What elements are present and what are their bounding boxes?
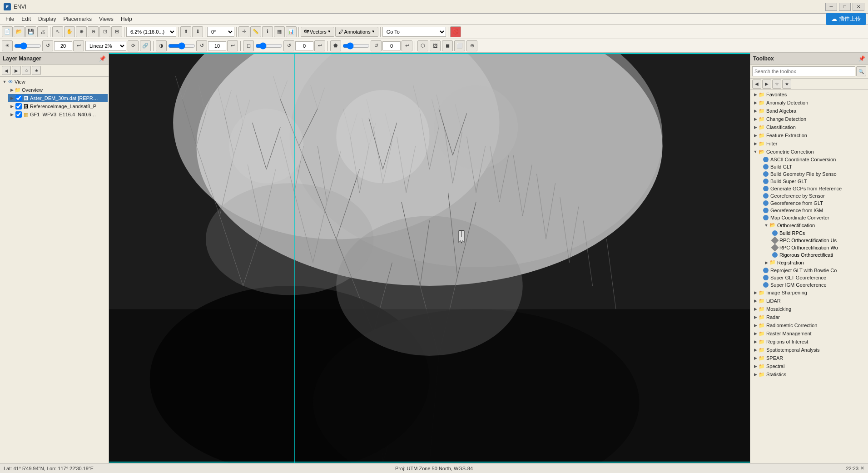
close-button[interactable]: ✕ [853,3,864,11]
lm-aster-row[interactable]: ▶ 🖼 Aster_DEM_30m.dat [REPROT] [8,94,108,102]
raster-mgmt-expand[interactable]: ▶ [752,330,759,337]
lm-gf1-expand[interactable]: ▶ [9,112,15,117]
brightness-value[interactable]: 20 [54,41,72,50]
stretch-link[interactable]: 🔗 [140,40,151,51]
tree-super-glt-geo[interactable]: Super GLT Georeference [750,274,868,281]
tree-feature[interactable]: ▶ 📁 Feature Extraction [750,131,868,139]
mosaic-expand[interactable]: ▶ [752,306,759,312]
tree-roi[interactable]: ▶ 📁 Regions of Interest [750,338,868,346]
anomaly-expand[interactable]: ▶ [752,100,759,106]
open-button[interactable]: 📂 [14,26,25,37]
lm-aster-expand[interactable]: ▶ [9,95,15,101]
tree-image-sharp[interactable]: ▶ 📁 Image Sharpening [750,289,868,297]
zoom-in-button[interactable]: ⊕ [76,26,87,37]
nav-4[interactable]: ⬜ [454,40,465,51]
menu-views[interactable]: Views [95,15,117,23]
chip-button[interactable]: ▦ [274,26,285,37]
tree-lidar[interactable]: ▶ 📁 LiDAR [750,297,868,305]
tree-registration[interactable]: ▶ 📁 Registration [750,259,868,267]
classification-expand[interactable]: ▶ [752,124,759,130]
tree-change[interactable]: ▶ 📁 Change Detection [750,115,868,123]
zoom-fit-button[interactable]: ⊡ [99,26,110,37]
tree-ascii[interactable]: ASCII Coordinate Conversion [750,156,868,163]
sharp-reset[interactable]: ↺ [283,40,294,51]
tree-statistics[interactable]: ▶ 📁 Statistics [750,370,868,378]
nav-down-button[interactable]: ⬇ [192,26,203,37]
tree-geometric[interactable]: ▼ 📂 Geometric Correction [750,148,868,156]
change-expand[interactable]: ▶ [752,116,759,122]
pan-button[interactable]: ✋ [64,26,75,37]
vectors-button[interactable]: 🗺 Vectors ▼ [301,27,334,37]
filter-btn-1[interactable]: ◀ [752,80,761,89]
brightness-apply[interactable]: ↩ [73,40,84,51]
menu-display[interactable]: Display [35,15,60,23]
layer-manager-pin[interactable]: 📌 [99,55,106,62]
select-button[interactable]: ↖ [52,26,63,37]
sharp-apply[interactable]: ↩ [314,40,325,51]
filter-expand[interactable]: ▶ [752,140,759,147]
contrast-value[interactable]: 10 [208,41,226,50]
tree-rpc-us[interactable]: RPC Orthorectification Us [750,237,868,244]
nav-up-button[interactable]: ⬆ [180,26,191,37]
statistics-expand[interactable]: ▶ [752,371,759,378]
lm-gf1-row[interactable]: ▶ ▦ GF1_WFV3_E116.4_N40.6_2015 [8,110,108,119]
filter-star-2[interactable]: ★ [782,80,791,89]
stretch-select[interactable]: Linear 2% Linear Gaussian Equalization [85,41,126,51]
zoom-reset-button[interactable]: ⊞ [111,26,122,37]
nav-2[interactable]: 🖼 [430,40,441,51]
sharp-slider[interactable] [255,42,283,50]
upload-button[interactable]: ☁ 插件上传 [826,13,866,25]
sat-value[interactable]: 0 [382,41,401,50]
map-area[interactable] [109,53,750,463]
tree-super-igm-geo[interactable]: Super IGM Georeference [750,281,868,289]
menu-help[interactable]: Help [117,15,136,23]
sat-apply[interactable]: ↩ [402,40,412,51]
tree-spear[interactable]: ▶ 📁 SPEAR [750,354,868,362]
new-button[interactable]: 📄 [2,26,13,37]
band-expand[interactable]: ▶ [752,108,759,114]
spectrum-button[interactable]: 📊 [286,26,297,37]
tree-reproject[interactable]: Reproject GLT with Bowtie Co [750,267,868,274]
ortho-expand[interactable]: ▼ [763,222,769,229]
tree-map-coord[interactable]: Map Coordinate Converter [750,214,868,221]
tree-georef-igm[interactable]: Georeference from IGM [750,207,868,214]
lm-btn-1[interactable]: ◀ [2,66,11,75]
registration-expand[interactable]: ▶ [763,259,769,266]
angle-select[interactable]: 0° 90° 180° 270° [207,27,234,37]
tree-buildglt[interactable]: Build GLT [750,163,868,170]
nav-3[interactable]: ◼ [442,40,453,51]
radiometric-expand[interactable]: ▶ [752,322,759,329]
menu-edit[interactable]: Edit [18,15,35,23]
lm-ref-expand[interactable]: ▶ [9,104,15,109]
image-sharp-expand[interactable]: ▶ [752,289,759,296]
zoom-select[interactable]: 6.2% (1:16.0...) 12.5% 25% 50% 100% [126,27,176,37]
tree-radar[interactable]: ▶ 📁 Radar [750,313,868,321]
spectral-expand[interactable]: ▶ [752,363,759,369]
lm-overview-expand[interactable]: ▶ [9,87,15,93]
roi-expand[interactable]: ▶ [752,339,759,345]
stretch-sync[interactable]: ⟳ [128,40,139,51]
lm-ref-check[interactable] [15,103,22,110]
tree-radiometric[interactable]: ▶ 📁 Radiometric Correction [750,321,868,329]
tree-georef-sensor[interactable]: Georeference by Sensor [750,192,868,199]
tree-gcps[interactable]: Generate GCPs from Reference [750,185,868,192]
tree-georef-glt[interactable]: Georeference from GLT [750,199,868,207]
contrast-apply[interactable]: ↩ [227,40,238,51]
lm-view-expand[interactable]: ▼ [2,79,7,85]
status-close-button[interactable]: ✕ [860,465,864,471]
lm-view-row[interactable]: ▼ 👁 View [1,78,108,86]
info-button[interactable]: ℹ [262,26,273,37]
lm-overview-row[interactable]: ▶ 📁 Overview [8,86,108,94]
tree-build-rpcs[interactable]: Build RPCs [750,229,868,237]
contrast-reset[interactable]: ↺ [196,40,207,51]
tree-filter[interactable]: ▶ 📁 Filter [750,139,868,148]
lidar-expand[interactable]: ▶ [752,298,759,304]
lm-btn-star2[interactable]: ★ [32,66,41,75]
goto-select[interactable]: Go To [382,27,446,37]
crosshair-button[interactable]: ✛ [238,26,249,37]
filter-star-1[interactable]: ☆ [772,80,781,89]
tree-classification[interactable]: ▶ 📁 Classification [750,123,868,131]
tree-spectral[interactable]: ▶ 📁 Spectral [750,362,868,370]
lm-gf1-check[interactable] [15,111,22,118]
tree-buildsuperglt[interactable]: Build Super GLT [750,178,868,185]
